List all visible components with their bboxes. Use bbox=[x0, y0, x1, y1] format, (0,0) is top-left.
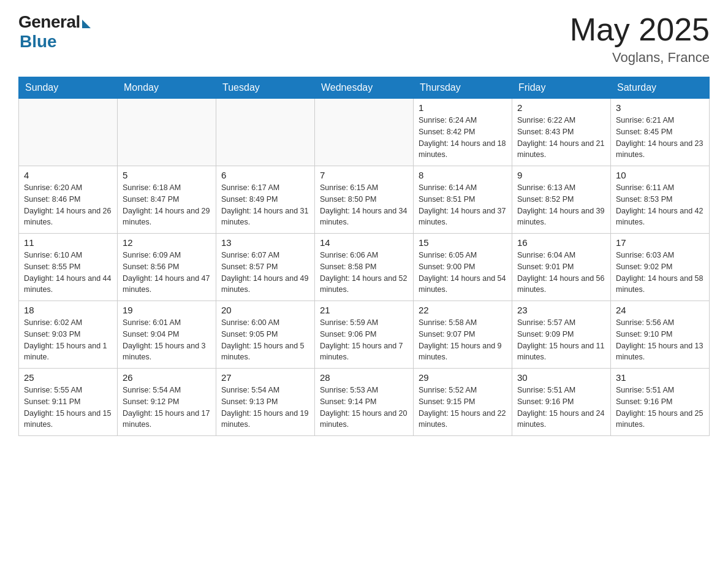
day-info: Sunrise: 5:56 AMSunset: 9:10 PMDaylight:… bbox=[616, 317, 704, 363]
table-cell bbox=[19, 99, 118, 166]
table-cell bbox=[118, 99, 216, 166]
day-info: Sunrise: 6:24 AMSunset: 8:42 PMDaylight:… bbox=[419, 115, 507, 161]
day-info: Sunrise: 6:07 AMSunset: 8:57 PMDaylight:… bbox=[221, 250, 309, 296]
day-info: Sunrise: 6:21 AMSunset: 8:45 PMDaylight:… bbox=[616, 115, 704, 161]
day-info: Sunrise: 6:09 AMSunset: 8:56 PMDaylight:… bbox=[123, 250, 211, 296]
day-info: Sunrise: 5:54 AMSunset: 9:13 PMDaylight:… bbox=[221, 385, 309, 431]
table-cell bbox=[315, 99, 414, 166]
table-cell: 25Sunrise: 5:55 AMSunset: 9:11 PMDayligh… bbox=[19, 369, 118, 436]
day-info: Sunrise: 6:17 AMSunset: 8:49 PMDaylight:… bbox=[221, 182, 309, 228]
day-number: 24 bbox=[616, 305, 704, 315]
title-block: May 2025 Voglans, France bbox=[570, 12, 710, 66]
day-number: 5 bbox=[123, 170, 211, 180]
table-cell: 5Sunrise: 6:18 AMSunset: 8:47 PMDaylight… bbox=[118, 166, 216, 234]
day-info: Sunrise: 6:10 AMSunset: 8:55 PMDaylight:… bbox=[24, 250, 112, 296]
table-cell: 31Sunrise: 5:51 AMSunset: 9:16 PMDayligh… bbox=[611, 369, 710, 436]
day-info: Sunrise: 6:22 AMSunset: 8:43 PMDaylight:… bbox=[517, 115, 605, 161]
day-info: Sunrise: 6:15 AMSunset: 8:50 PMDaylight:… bbox=[320, 182, 408, 228]
day-info: Sunrise: 5:52 AMSunset: 9:15 PMDaylight:… bbox=[419, 385, 507, 431]
table-cell: 24Sunrise: 5:56 AMSunset: 9:10 PMDayligh… bbox=[611, 301, 710, 369]
day-number: 23 bbox=[517, 305, 605, 315]
table-cell bbox=[216, 99, 315, 166]
week-row-2: 4Sunrise: 6:20 AMSunset: 8:46 PMDaylight… bbox=[19, 166, 710, 234]
day-info: Sunrise: 6:20 AMSunset: 8:46 PMDaylight:… bbox=[24, 182, 112, 228]
table-cell: 19Sunrise: 6:01 AMSunset: 9:04 PMDayligh… bbox=[118, 301, 216, 369]
day-info: Sunrise: 6:13 AMSunset: 8:52 PMDaylight:… bbox=[517, 182, 605, 228]
day-number: 4 bbox=[24, 170, 112, 180]
col-friday: Friday bbox=[512, 77, 611, 99]
table-cell: 15Sunrise: 6:05 AMSunset: 9:00 PMDayligh… bbox=[414, 234, 512, 301]
day-number: 11 bbox=[24, 237, 112, 248]
table-cell: 10Sunrise: 6:11 AMSunset: 8:53 PMDayligh… bbox=[611, 166, 710, 234]
table-cell: 26Sunrise: 5:54 AMSunset: 9:12 PMDayligh… bbox=[118, 369, 216, 436]
table-cell: 8Sunrise: 6:14 AMSunset: 8:51 PMDaylight… bbox=[414, 166, 512, 234]
day-info: Sunrise: 6:01 AMSunset: 9:04 PMDaylight:… bbox=[123, 317, 211, 363]
day-info: Sunrise: 6:02 AMSunset: 9:03 PMDaylight:… bbox=[24, 317, 112, 363]
table-cell: 11Sunrise: 6:10 AMSunset: 8:55 PMDayligh… bbox=[19, 234, 118, 301]
week-row-3: 11Sunrise: 6:10 AMSunset: 8:55 PMDayligh… bbox=[19, 234, 710, 301]
logo-blue-text: Blue bbox=[20, 32, 57, 52]
day-number: 30 bbox=[517, 372, 605, 383]
day-info: Sunrise: 6:05 AMSunset: 9:00 PMDaylight:… bbox=[419, 250, 507, 296]
day-number: 3 bbox=[616, 102, 704, 113]
table-cell: 2Sunrise: 6:22 AMSunset: 8:43 PMDaylight… bbox=[512, 99, 611, 166]
week-row-1: 1Sunrise: 6:24 AMSunset: 8:42 PMDaylight… bbox=[19, 99, 710, 166]
table-cell: 30Sunrise: 5:51 AMSunset: 9:16 PMDayligh… bbox=[512, 369, 611, 436]
day-info: Sunrise: 6:11 AMSunset: 8:53 PMDaylight:… bbox=[616, 182, 704, 228]
page-header: General Blue May 2025 Voglans, France bbox=[18, 12, 710, 66]
day-number: 29 bbox=[419, 372, 507, 383]
day-number: 31 bbox=[616, 372, 704, 383]
col-wednesday: Wednesday bbox=[315, 77, 414, 99]
col-thursday: Thursday bbox=[414, 77, 512, 99]
logo-triangle-icon bbox=[82, 20, 91, 28]
day-info: Sunrise: 6:04 AMSunset: 9:01 PMDaylight:… bbox=[517, 250, 605, 296]
day-info: Sunrise: 6:14 AMSunset: 8:51 PMDaylight:… bbox=[419, 182, 507, 228]
day-number: 27 bbox=[221, 372, 309, 383]
day-info: Sunrise: 5:57 AMSunset: 9:09 PMDaylight:… bbox=[517, 317, 605, 363]
calendar-table: Sunday Monday Tuesday Wednesday Thursday… bbox=[18, 77, 710, 436]
day-number: 17 bbox=[616, 237, 704, 248]
col-monday: Monday bbox=[118, 77, 216, 99]
table-cell: 13Sunrise: 6:07 AMSunset: 8:57 PMDayligh… bbox=[216, 234, 315, 301]
week-row-4: 18Sunrise: 6:02 AMSunset: 9:03 PMDayligh… bbox=[19, 301, 710, 369]
day-info: Sunrise: 5:59 AMSunset: 9:06 PMDaylight:… bbox=[320, 317, 408, 363]
day-number: 13 bbox=[221, 237, 309, 248]
table-cell: 23Sunrise: 5:57 AMSunset: 9:09 PMDayligh… bbox=[512, 301, 611, 369]
table-cell: 28Sunrise: 5:53 AMSunset: 9:14 PMDayligh… bbox=[315, 369, 414, 436]
table-cell: 12Sunrise: 6:09 AMSunset: 8:56 PMDayligh… bbox=[118, 234, 216, 301]
table-cell: 27Sunrise: 5:54 AMSunset: 9:13 PMDayligh… bbox=[216, 369, 315, 436]
day-number: 10 bbox=[616, 170, 704, 180]
table-cell: 18Sunrise: 6:02 AMSunset: 9:03 PMDayligh… bbox=[19, 301, 118, 369]
table-cell: 6Sunrise: 6:17 AMSunset: 8:49 PMDaylight… bbox=[216, 166, 315, 234]
table-cell: 21Sunrise: 5:59 AMSunset: 9:06 PMDayligh… bbox=[315, 301, 414, 369]
table-cell: 29Sunrise: 5:52 AMSunset: 9:15 PMDayligh… bbox=[414, 369, 512, 436]
table-cell: 17Sunrise: 6:03 AMSunset: 9:02 PMDayligh… bbox=[611, 234, 710, 301]
day-info: Sunrise: 6:03 AMSunset: 9:02 PMDaylight:… bbox=[616, 250, 704, 296]
col-sunday: Sunday bbox=[19, 77, 118, 99]
day-number: 16 bbox=[517, 237, 605, 248]
day-number: 19 bbox=[123, 305, 211, 315]
table-cell: 4Sunrise: 6:20 AMSunset: 8:46 PMDaylight… bbox=[19, 166, 118, 234]
day-number: 18 bbox=[24, 305, 112, 315]
day-number: 2 bbox=[517, 102, 605, 113]
day-info: Sunrise: 5:58 AMSunset: 9:07 PMDaylight:… bbox=[419, 317, 507, 363]
table-cell: 7Sunrise: 6:15 AMSunset: 8:50 PMDaylight… bbox=[315, 166, 414, 234]
day-info: Sunrise: 5:51 AMSunset: 9:16 PMDaylight:… bbox=[616, 385, 704, 431]
day-number: 20 bbox=[221, 305, 309, 315]
day-info: Sunrise: 6:00 AMSunset: 9:05 PMDaylight:… bbox=[221, 317, 309, 363]
day-info: Sunrise: 5:54 AMSunset: 9:12 PMDaylight:… bbox=[123, 385, 211, 431]
col-tuesday: Tuesday bbox=[216, 77, 315, 99]
day-number: 7 bbox=[320, 170, 408, 180]
calendar-header-row: Sunday Monday Tuesday Wednesday Thursday… bbox=[19, 77, 710, 99]
day-number: 15 bbox=[419, 237, 507, 248]
month-year-title: May 2025 bbox=[570, 12, 710, 47]
table-cell: 20Sunrise: 6:00 AMSunset: 9:05 PMDayligh… bbox=[216, 301, 315, 369]
day-info: Sunrise: 6:18 AMSunset: 8:47 PMDaylight:… bbox=[123, 182, 211, 228]
location-subtitle: Voglans, France bbox=[570, 50, 710, 66]
day-info: Sunrise: 6:06 AMSunset: 8:58 PMDaylight:… bbox=[320, 250, 408, 296]
day-number: 22 bbox=[419, 305, 507, 315]
table-cell: 9Sunrise: 6:13 AMSunset: 8:52 PMDaylight… bbox=[512, 166, 611, 234]
col-saturday: Saturday bbox=[611, 77, 710, 99]
day-number: 6 bbox=[221, 170, 309, 180]
logo-general-text: General bbox=[18, 12, 80, 32]
